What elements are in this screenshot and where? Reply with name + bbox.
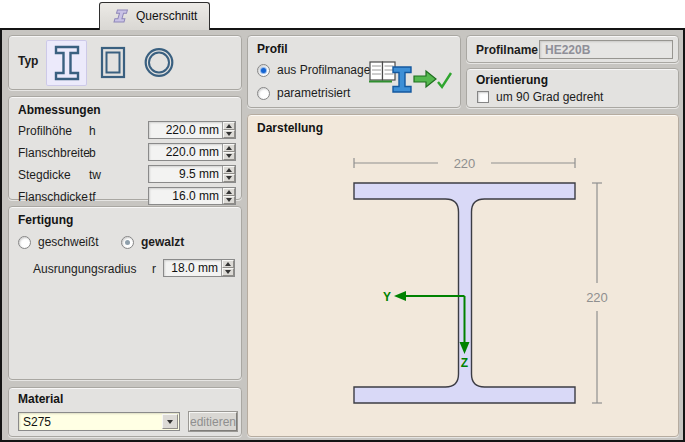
orientierung-group-title: Orientierung bbox=[476, 73, 548, 87]
ausrungungsradius-field[interactable]: 18.0 mm bbox=[163, 259, 235, 277]
ausrungungsradius-label: Ausrungungsradius bbox=[33, 262, 136, 276]
radio-geschweisst-circle[interactable] bbox=[18, 236, 31, 249]
ausrungungsradius-spin-up[interactable] bbox=[222, 260, 234, 268]
typ-group: Typ bbox=[8, 35, 242, 90]
stegdicke-symbol: tw bbox=[89, 168, 101, 182]
arrow-right-icon bbox=[414, 71, 436, 87]
flanschdicke-field[interactable]: 16.0 mm bbox=[148, 187, 236, 205]
box-profile-icon bbox=[97, 43, 129, 83]
material-group: Material S275 editieren bbox=[8, 387, 242, 437]
stegdicke-row: Stegdicke bbox=[18, 166, 71, 184]
circular-profile-icon bbox=[142, 43, 176, 83]
radio-aus-profilmanager-circle[interactable] bbox=[257, 64, 270, 77]
radio-aus-profilmanager-label: aus Profilmanager bbox=[277, 63, 374, 77]
flanschbreite-symbol: b bbox=[89, 146, 96, 160]
profilhoehe-spin-up[interactable] bbox=[223, 122, 235, 130]
abmessungen-group: Abmessungen Profilhöhe h 220.0 mm Flansc… bbox=[8, 96, 242, 200]
ausrungungsradius-value: 18.0 mm bbox=[164, 260, 221, 276]
flanschbreite-label: Flanschbreite bbox=[18, 146, 90, 160]
profilname-group: Profilname HE220B bbox=[466, 35, 679, 63]
typ-group-title: Typ bbox=[18, 54, 38, 68]
radio-aus-profilmanager[interactable]: aus Profilmanager bbox=[257, 63, 374, 77]
y-axis-label: Y bbox=[383, 290, 391, 304]
flanschdicke-spin-up[interactable] bbox=[223, 188, 235, 196]
querschnitt-window: Querschnitt Typ bbox=[0, 0, 685, 442]
flanschbreite-spin-down[interactable] bbox=[223, 152, 235, 160]
stegdicke-label: Stegdicke bbox=[18, 168, 71, 182]
width-dimension-value: 220 bbox=[454, 156, 476, 171]
material-dropdown[interactable]: S275 bbox=[18, 412, 180, 431]
ausrungungsradius-spin-down[interactable] bbox=[222, 268, 234, 276]
z-axis-label: Z bbox=[461, 356, 468, 370]
flanschdicke-symbol: tf bbox=[89, 190, 96, 204]
stegdicke-spin-up[interactable] bbox=[223, 166, 235, 174]
profilhoehe-row: Profilhöhe bbox=[18, 122, 72, 140]
profile-drawing: 220 220 Y Z bbox=[248, 115, 678, 436]
flanschbreite-spin-up[interactable] bbox=[223, 144, 235, 152]
height-dimension-value: 220 bbox=[586, 290, 608, 305]
darstellung-group: Darstellung 220 2 bbox=[247, 114, 679, 437]
profilhoehe-symbol: h bbox=[89, 124, 96, 138]
flanschdicke-row: Flanschdicke bbox=[18, 188, 88, 206]
fertigung-group: Fertigung geschweißt gewalzt Ausrungungs… bbox=[8, 206, 242, 380]
book-icon bbox=[369, 62, 395, 82]
dropdown-arrow-icon[interactable] bbox=[162, 414, 178, 429]
checkbox-um-90-grad-box[interactable] bbox=[477, 91, 489, 103]
i-profile-icon bbox=[51, 43, 83, 83]
stegdicke-field[interactable]: 9.5 mm bbox=[148, 165, 236, 183]
flanschdicke-label: Flanschdicke bbox=[18, 190, 88, 204]
material-group-title: Material bbox=[18, 392, 63, 406]
radio-geschweisst[interactable]: geschweißt bbox=[18, 235, 99, 249]
flanschdicke-spin-down[interactable] bbox=[223, 196, 235, 204]
ibeam-blue-icon bbox=[393, 67, 411, 92]
radio-gewalzt-label: gewalzt bbox=[141, 235, 184, 249]
profilhoehe-label: Profilhöhe bbox=[18, 124, 72, 138]
profilmanager-icon bbox=[368, 58, 454, 96]
tab-label: Querschnitt bbox=[136, 9, 197, 23]
checkbox-um-90-grad[interactable]: um 90 Grad gedreht bbox=[477, 90, 603, 104]
radio-parametrisiert-label: parametrisiert bbox=[277, 86, 350, 100]
flanschdicke-value: 16.0 mm bbox=[149, 188, 222, 204]
y-axis-arrowhead bbox=[394, 291, 406, 301]
profilhoehe-value: 220.0 mm bbox=[149, 122, 222, 138]
flanschbreite-value: 220.0 mm bbox=[149, 144, 222, 160]
checkbox-um-90-grad-label: um 90 Grad gedreht bbox=[496, 90, 603, 104]
material-selected-value: S275 bbox=[19, 415, 162, 429]
profilname-label: Profilname bbox=[476, 43, 538, 57]
abmessungen-group-title: Abmessungen bbox=[18, 103, 101, 117]
fertigung-group-title: Fertigung bbox=[18, 213, 73, 227]
radio-gewalzt-circle[interactable] bbox=[121, 236, 134, 249]
profilname-field[interactable]: HE220B bbox=[539, 40, 673, 59]
profilhoehe-spin-down[interactable] bbox=[223, 130, 235, 138]
ausrungungsradius-symbol: r bbox=[152, 262, 156, 276]
profilname-value: HE220B bbox=[545, 43, 590, 57]
typ-button-circular-profile[interactable] bbox=[138, 40, 179, 86]
profil-group-title: Profil bbox=[257, 42, 288, 56]
stegdicke-spin-down[interactable] bbox=[223, 174, 235, 182]
tab-querschnitt[interactable]: Querschnitt bbox=[99, 2, 210, 30]
orientierung-group: Orientierung um 90 Grad gedreht bbox=[466, 68, 679, 108]
querschnitt-dialog: Typ bbox=[0, 28, 685, 442]
editieren-button[interactable]: editieren bbox=[189, 412, 237, 431]
flanschbreite-row: Flanschbreite bbox=[18, 144, 90, 162]
typ-button-box-profile[interactable] bbox=[92, 40, 133, 86]
beam-3d-icon bbox=[110, 8, 129, 24]
checkmark-icon bbox=[438, 73, 451, 87]
stegdicke-value: 9.5 mm bbox=[149, 166, 222, 182]
editieren-button-label: editieren bbox=[190, 415, 236, 429]
radio-geschweisst-label: geschweißt bbox=[38, 235, 99, 249]
radio-parametrisiert[interactable]: parametrisiert bbox=[257, 86, 350, 100]
typ-button-i-profile[interactable] bbox=[46, 40, 87, 86]
radio-gewalzt[interactable]: gewalzt bbox=[121, 235, 184, 249]
radio-parametrisiert-circle[interactable] bbox=[257, 87, 270, 100]
profil-group: Profil aus Profilmanager parametrisiert bbox=[247, 35, 461, 108]
flanschbreite-field[interactable]: 220.0 mm bbox=[148, 143, 236, 161]
profilhoehe-field[interactable]: 220.0 mm bbox=[148, 121, 236, 139]
